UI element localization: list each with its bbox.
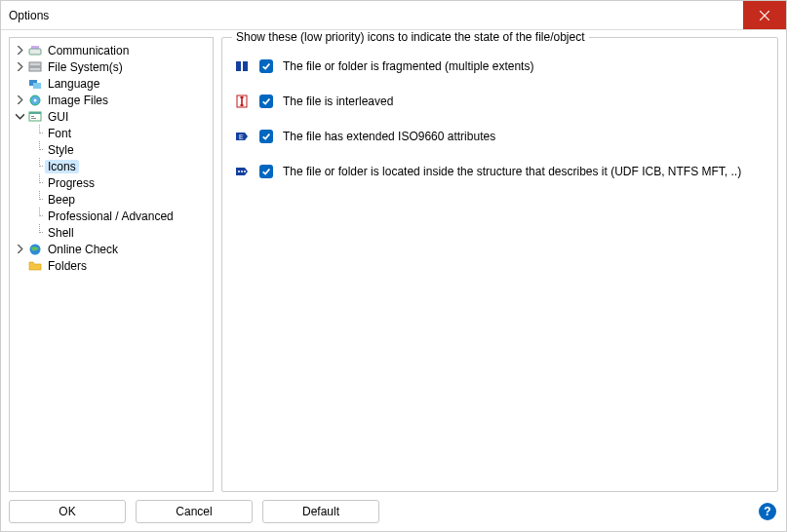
option-fragmented: The file or folder is fragmented (multip… <box>234 57 766 75</box>
interleaved-icon <box>234 94 250 109</box>
fragmented-icon <box>234 58 250 74</box>
svg-rect-16 <box>243 61 248 71</box>
tree-item-filesystems[interactable]: File System(s) <box>12 58 211 75</box>
tree-connector-icon <box>39 224 43 233</box>
cancel-button[interactable]: Cancel <box>136 500 253 523</box>
tree-item-icons[interactable]: Icons <box>12 158 211 174</box>
iso9660-icon: E <box>234 129 250 144</box>
imagefiles-icon <box>27 93 43 108</box>
svg-rect-5 <box>29 67 41 71</box>
tree-item-beep[interactable]: Beep <box>12 191 211 208</box>
chevron-right-icon[interactable] <box>12 43 27 58</box>
svg-rect-18 <box>241 96 244 98</box>
communication-icon <box>27 43 43 58</box>
checkbox-fragmented[interactable] <box>259 59 273 73</box>
close-icon <box>760 11 769 20</box>
help-icon: ? <box>764 505 770 518</box>
tree-item-language[interactable]: Language <box>12 75 211 92</box>
chevron-down-icon[interactable] <box>12 109 27 125</box>
option-iso9660: E The file has extended ISO9660 attribut… <box>234 128 766 145</box>
svg-rect-15 <box>236 61 241 71</box>
svg-point-23 <box>241 171 243 172</box>
folder-icon <box>27 258 43 274</box>
checkbox-interleaved[interactable] <box>259 95 273 108</box>
tree-item-style[interactable]: Style <box>12 141 211 158</box>
globe-icon <box>27 242 43 257</box>
svg-rect-20 <box>241 104 244 106</box>
content-panel: Show these (low priority) icons to indic… <box>221 37 778 492</box>
close-button[interactable] <box>743 1 786 29</box>
help-button[interactable]: ? <box>759 503 776 520</box>
chevron-right-icon[interactable] <box>12 59 27 75</box>
tree-item-imagefiles[interactable]: Image Files <box>12 92 211 108</box>
language-icon <box>27 76 43 92</box>
svg-rect-19 <box>241 98 243 104</box>
window-title: Options <box>9 9 49 22</box>
inside-icon <box>234 164 250 179</box>
navigation-tree[interactable]: Communication File System(s) Language Im… <box>9 37 214 492</box>
group-title: Show these (low priority) icons to indic… <box>232 30 589 44</box>
checkbox-iso9660[interactable] <box>259 130 273 143</box>
option-label: The file has extended ISO9660 attributes <box>283 130 495 143</box>
option-interleaved: The file is interleaved <box>234 93 766 110</box>
option-label: The file or folder is fragmented (multip… <box>283 59 533 73</box>
tree-item-folders[interactable]: Folders <box>12 257 211 274</box>
ok-button[interactable]: OK <box>9 500 126 523</box>
tree-connector-icon <box>39 191 43 200</box>
option-inside: The file or folder is located inside the… <box>234 163 766 180</box>
tree-item-communication[interactable]: Communication <box>12 42 211 58</box>
default-button[interactable]: Default <box>262 500 379 523</box>
svg-point-22 <box>238 171 240 172</box>
svg-rect-2 <box>29 49 41 55</box>
tree-connector-icon <box>39 158 43 167</box>
tree-item-gui[interactable]: GUI <box>12 108 211 125</box>
tree-connector-icon <box>39 174 43 183</box>
option-label: The file or folder is located inside the… <box>283 165 741 178</box>
svg-point-24 <box>244 171 246 172</box>
svg-rect-4 <box>29 62 41 66</box>
tree-item-onlinecheck[interactable]: Online Check <box>12 241 211 257</box>
svg-rect-13 <box>31 118 36 119</box>
tree-connector-icon <box>39 208 43 216</box>
dialog-footer: OK Cancel Default ? <box>1 492 786 531</box>
svg-rect-11 <box>29 112 41 114</box>
tree-item-shell[interactable]: Shell <box>12 224 211 241</box>
svg-rect-12 <box>31 116 34 117</box>
option-label: The file is interleaved <box>283 95 393 108</box>
svg-text:E: E <box>239 133 244 140</box>
svg-rect-7 <box>33 83 41 89</box>
chevron-right-icon[interactable] <box>12 242 27 257</box>
filesystem-icon <box>27 59 43 75</box>
options-dialog: Options Communication File System(s) Lan… <box>0 0 787 532</box>
svg-rect-3 <box>31 46 39 49</box>
chevron-right-icon[interactable] <box>12 93 27 108</box>
checkbox-inside[interactable] <box>259 165 273 178</box>
dialog-body: Communication File System(s) Language Im… <box>1 30 786 492</box>
tree-connector-icon <box>39 125 43 133</box>
tree-item-progress[interactable]: Progress <box>12 174 211 191</box>
gui-icon <box>27 109 43 125</box>
titlebar: Options <box>1 1 786 30</box>
svg-point-9 <box>34 98 37 101</box>
tree-item-font[interactable]: Font <box>12 125 211 141</box>
tree-item-professional[interactable]: Professional / Advanced <box>12 208 211 224</box>
tree-connector-icon <box>39 141 43 150</box>
